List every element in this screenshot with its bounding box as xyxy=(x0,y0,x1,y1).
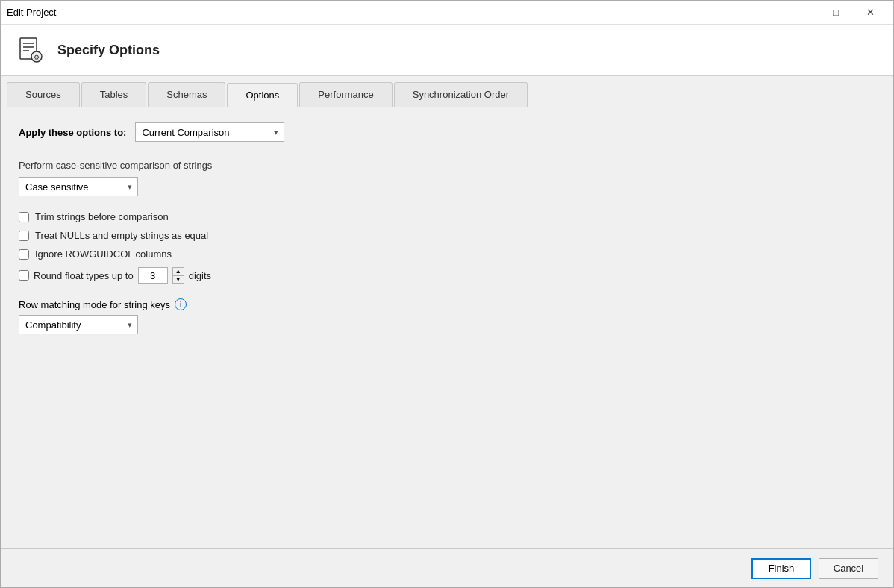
case-sensitive-section: Perform case-sensitive comparison of str… xyxy=(19,160,875,196)
svg-text:⚙: ⚙ xyxy=(34,54,40,61)
checkbox-ignore-rowguid[interactable] xyxy=(19,249,29,260)
row-matching-info-icon[interactable]: i xyxy=(175,298,187,310)
row-matching-label: Row matching mode for string keys xyxy=(19,299,170,310)
float-spinner-controls: ▲ ▼ xyxy=(172,267,184,284)
title-bar: Edit Project — □ ✕ xyxy=(1,1,893,25)
float-spinner-down[interactable]: ▼ xyxy=(172,275,184,284)
title-bar-left: Edit Project xyxy=(7,7,56,18)
header-icon: ⚙ xyxy=(16,35,46,65)
window-title: Edit Project xyxy=(7,7,56,18)
row-matching-section: Row matching mode for string keys i Comp… xyxy=(19,298,875,334)
header-section: ⚙ Specify Options xyxy=(1,25,893,76)
header-title: Specify Options xyxy=(57,43,160,58)
apply-label: Apply these options to: xyxy=(19,127,126,138)
checkbox-list: Trim strings before comparison Treat NUL… xyxy=(19,211,875,284)
checkbox-trim-strings[interactable] xyxy=(19,212,29,222)
footer: Finish Cancel xyxy=(1,548,893,587)
checkbox-row-float: Round float types up to ▲ ▼ digits xyxy=(19,267,875,284)
row-matching-label-row: Row matching mode for string keys i xyxy=(19,298,875,310)
checkbox-label-trim-strings: Trim strings before comparison xyxy=(35,211,169,222)
tab-sources[interactable]: Sources xyxy=(7,82,80,107)
checkbox-round-float[interactable] xyxy=(19,270,29,281)
case-sensitive-dropdown[interactable]: Case sensitive Case insensitive xyxy=(19,177,138,196)
close-button[interactable]: ✕ xyxy=(853,1,887,25)
checkbox-label-treat-nulls: Treat NULLs and empty strings as equal xyxy=(35,230,208,241)
float-digits-suffix: digits xyxy=(189,270,211,281)
row-matching-dropdown-wrapper: Compatibility Fast xyxy=(19,315,138,334)
float-digits-input[interactable] xyxy=(138,267,168,284)
apply-dropdown[interactable]: Current Comparison All Comparisons xyxy=(135,122,284,142)
apply-dropdown-wrapper: Current Comparison All Comparisons xyxy=(135,122,284,142)
checkbox-treat-nulls[interactable] xyxy=(19,231,29,241)
title-bar-controls: — □ ✕ xyxy=(784,1,887,25)
cancel-button[interactable]: Cancel xyxy=(819,558,878,579)
checkbox-label-ignore-rowguid: Ignore ROWGUIDCOL columns xyxy=(35,248,172,260)
checkbox-row-nulls: Treat NULLs and empty strings as equal xyxy=(19,230,875,241)
tab-tables[interactable]: Tables xyxy=(81,82,147,107)
maximize-button[interactable]: □ xyxy=(819,1,853,25)
row-matching-dropdown[interactable]: Compatibility Fast xyxy=(19,315,138,334)
tab-performance[interactable]: Performance xyxy=(299,82,392,107)
main-window: Edit Project — □ ✕ ⚙ Specify Options Sou… xyxy=(0,0,894,588)
content-area: Apply these options to: Current Comparis… xyxy=(1,107,893,548)
checkbox-row-rowguid: Ignore ROWGUIDCOL columns xyxy=(19,248,875,260)
case-sensitive-label: Perform case-sensitive comparison of str… xyxy=(19,160,875,171)
checkbox-label-round-float: Round float types up to xyxy=(34,270,134,281)
minimize-button[interactable]: — xyxy=(784,1,819,25)
tab-synchronization-order[interactable]: Synchronization Order xyxy=(394,82,528,107)
checkbox-row-trim: Trim strings before comparison xyxy=(19,211,875,222)
tab-bar: Sources Tables Schemas Options Performan… xyxy=(1,76,893,107)
apply-row: Apply these options to: Current Comparis… xyxy=(19,122,875,142)
finish-button[interactable]: Finish xyxy=(751,558,811,579)
tab-schemas[interactable]: Schemas xyxy=(148,82,225,107)
tab-options[interactable]: Options xyxy=(227,83,298,107)
float-spinner-up[interactable]: ▲ xyxy=(172,267,184,275)
case-sensitive-dropdown-wrapper: Case sensitive Case insensitive xyxy=(19,177,138,196)
